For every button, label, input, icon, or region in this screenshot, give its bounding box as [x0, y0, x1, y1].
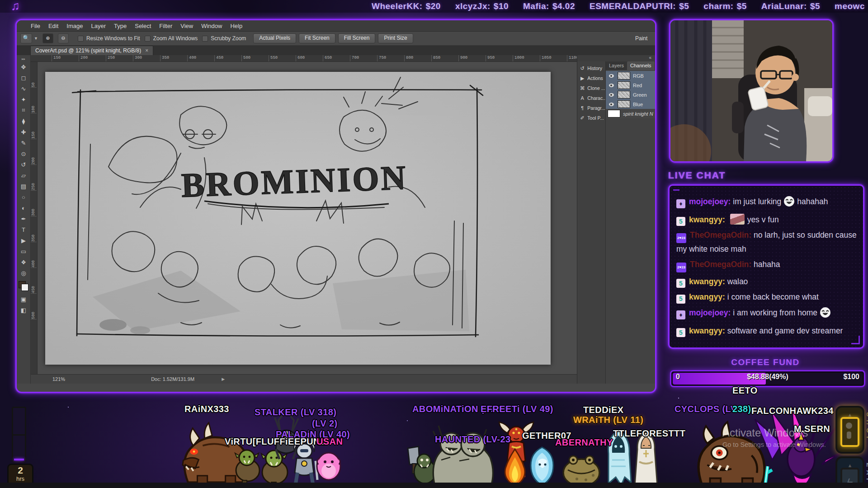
checkbox-box[interactable] — [202, 36, 208, 42]
brush-tool[interactable]: ✎ — [18, 137, 29, 148]
chat-message-list[interactable]: ♦mojoejoey: im just lurkinghahahah 5kwan… — [670, 186, 863, 347]
ruler-tick: 100 — [31, 88, 37, 113]
channel-row[interactable]: Blue — [606, 99, 656, 109]
options-button[interactable]: Fit Screen — [299, 33, 335, 43]
checkbox-box[interactable] — [145, 36, 151, 42]
menu-item[interactable]: Type — [110, 23, 131, 29]
shape-tool[interactable]: ▭ — [18, 246, 29, 257]
move-tool[interactable]: ✥ — [18, 61, 29, 72]
eraser-tool[interactable]: ▱ — [18, 170, 29, 181]
blur-tool[interactable]: ○ — [18, 192, 29, 202]
dock-collapse-icon[interactable]: « — [577, 55, 655, 61]
visibility-eye-icon[interactable] — [608, 84, 615, 87]
menu-item[interactable]: Layer — [87, 23, 110, 29]
player-name-label: ABERNATHY — [555, 437, 613, 448]
checkbox-box[interactable] — [78, 36, 84, 42]
path-select-tool[interactable]: ▶ — [18, 235, 29, 246]
options-button[interactable]: Actual Pixels — [253, 33, 296, 43]
status-zoom-level[interactable]: 121% — [52, 376, 65, 382]
zoom-in-mode-button[interactable]: ⊕ — [42, 33, 53, 43]
quick-mask-toggle[interactable]: ▣ — [18, 294, 29, 305]
chat-username[interactable]: TheOmegaOdin: — [690, 230, 751, 239]
zoom-tool-icon[interactable]: 🔍 — [20, 33, 32, 43]
document-tab[interactable]: CoverArt.psd @ 121% (spirit knight, RGB/… — [30, 46, 153, 55]
dock-panel-button[interactable]: ↺ History — [577, 63, 605, 73]
gradient-tool[interactable]: ▤ — [18, 181, 29, 192]
crop-tool[interactable]: ⌗ — [18, 105, 29, 116]
eyedropper-tool[interactable]: ⧫ — [18, 116, 29, 127]
options-checkbox[interactable]: Resize Windows to Fit — [78, 35, 140, 42]
menu-item[interactable]: Select — [131, 23, 155, 29]
ruler-tick: 450 — [214, 55, 241, 61]
menu-item[interactable]: Help — [226, 23, 246, 29]
history-brush-tool[interactable]: ↺ — [18, 159, 29, 170]
chat-username[interactable]: kwangyy: — [689, 215, 725, 224]
hand-tool[interactable]: ❖ — [18, 257, 29, 267]
session-timer: 2 hrs — [7, 407, 34, 488]
zoom-tool[interactable]: ◎ — [18, 267, 29, 278]
options-checkbox[interactable]: Scrubby Zoom — [202, 35, 246, 42]
marquee-tool[interactable]: ◻ — [18, 72, 29, 83]
visibility-eye-icon[interactable] — [608, 103, 615, 106]
options-button[interactable]: Print Size — [378, 33, 413, 43]
dock-panel-button[interactable]: ¶ Paragr... — [577, 103, 605, 113]
channel-row[interactable]: spirit knight N — [606, 109, 656, 118]
visibility-eye-icon[interactable] — [608, 74, 615, 78]
menu-item[interactable]: Filter — [155, 23, 176, 29]
dodge-tool[interactable]: ◐ — [18, 202, 29, 213]
workspace-switcher[interactable]: Paint — [635, 35, 653, 42]
menu-item[interactable]: Edit — [44, 23, 62, 29]
clone-stamp-tool[interactable]: ⊙ — [18, 148, 29, 159]
screen-mode-toggle[interactable]: ◧ — [18, 305, 29, 315]
chat-text: walao — [727, 277, 748, 286]
timer-fill — [14, 459, 24, 460]
menu-item[interactable]: View — [176, 23, 197, 29]
channel-row[interactable]: Green — [606, 90, 656, 99]
panel-tab[interactable]: Channels — [627, 61, 654, 70]
tool-preset-caret-icon[interactable]: ▼ — [34, 36, 38, 41]
chat-username[interactable]: kwangyy: — [689, 326, 725, 335]
options-button[interactable]: Fill Screen — [338, 33, 376, 43]
menu-item[interactable]: Window — [197, 23, 226, 29]
color-swatches[interactable] — [19, 281, 28, 291]
channel-row[interactable]: Red — [606, 80, 656, 90]
player-name-label: RAiNX333 — [184, 404, 229, 414]
options-checkbox[interactable]: Zoom All Windows — [145, 35, 198, 42]
dock-panel-button[interactable]: ⌘ Clone ... — [577, 83, 605, 93]
channel-row[interactable]: RGB — [606, 71, 656, 80]
background-color-swatch[interactable] — [21, 284, 28, 291]
chat-username[interactable]: kwangyy: — [689, 292, 725, 301]
status-menu-arrow-icon[interactable]: ▶ — [222, 377, 225, 381]
panel-tab[interactable]: Layers — [606, 61, 627, 70]
tab-close-icon[interactable]: × — [145, 47, 148, 54]
dock-panel-button[interactable]: ✐ Tool P... — [577, 113, 605, 123]
visibility-eye-icon[interactable] — [608, 93, 615, 97]
shop-button[interactable]: ▲ SHOP — [835, 406, 864, 454]
ruler-tick: 300 — [31, 191, 37, 216]
toolbar-grip-icon[interactable]: ▸▸ — [22, 57, 25, 61]
chat-username[interactable]: mojoejoey: — [689, 197, 731, 206]
type-tool[interactable]: T — [18, 224, 29, 235]
status-bar: 121% Doc: 1.52M/131.9M ▶ — [31, 374, 577, 384]
pen-tool[interactable]: ✒ — [18, 213, 29, 224]
sketch-canvas[interactable]: BROMINION — [45, 72, 551, 365]
stream-overlay: ♫ WheelerKK:$20 xlcyzJx:$10 Mafia:$4.02 … — [0, 0, 868, 488]
donation-entry: ESMERALDAPUTRI:$5 — [590, 1, 689, 11]
chat-username[interactable]: kwangyy: — [689, 277, 725, 286]
panel-tab[interactable]: Paths — [655, 61, 656, 70]
live-chat-panel[interactable]: ♦mojoejoey: im just lurkinghahahah 5kwan… — [668, 184, 864, 349]
user-badge-icon: 5 — [676, 328, 685, 337]
chat-username[interactable]: mojoejoey: — [689, 308, 731, 317]
coffee-fund-title: COFFEE FUND — [731, 357, 800, 367]
menu-item[interactable]: Image — [62, 23, 87, 29]
chat-username[interactable]: TheOmegaOdin: — [690, 260, 751, 269]
menu-item[interactable]: File — [27, 23, 44, 29]
lasso-tool[interactable]: ∿ — [18, 83, 29, 94]
dock-panel-button[interactable]: A Charac... — [577, 93, 605, 103]
zoom-out-mode-button[interactable]: ⊖ — [58, 33, 69, 43]
dock-panel-button[interactable]: ▶ Actions — [577, 73, 605, 83]
player-name-label: ViRTU[FLUFFiEEPUNL — [225, 436, 326, 447]
healing-brush-tool[interactable]: ✚ — [18, 127, 29, 137]
quick-select-tool[interactable]: ✦ — [18, 94, 29, 105]
channel-label: RGB — [633, 73, 656, 79]
